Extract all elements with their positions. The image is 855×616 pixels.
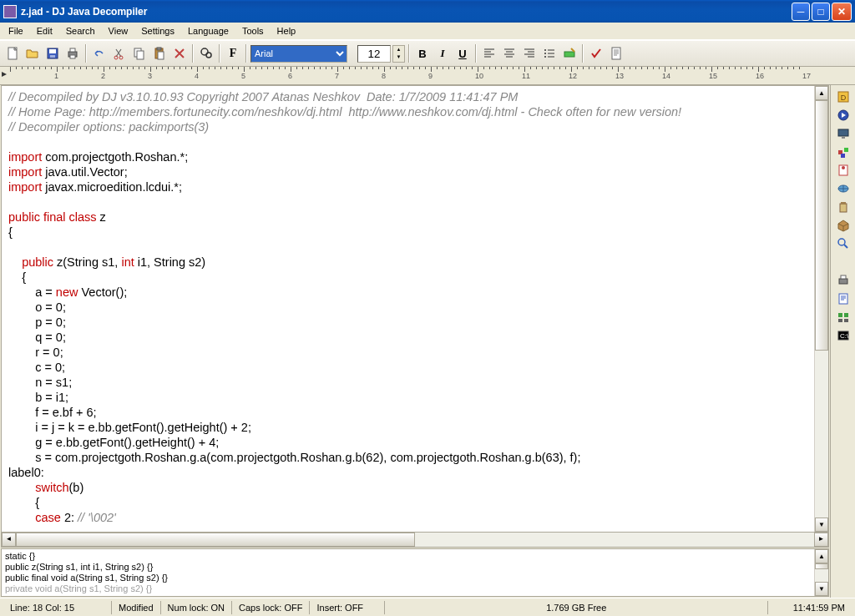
ruler: ▸ 1234567891011121314151617 xyxy=(0,67,855,85)
svg-point-34 xyxy=(838,239,845,245)
browser-icon[interactable] xyxy=(834,180,852,197)
new-file-icon[interactable] xyxy=(3,44,22,63)
menu-bar: File Edit Search View Settings Language … xyxy=(0,23,855,40)
align-right-icon[interactable] xyxy=(520,44,539,63)
italic-icon[interactable]: I xyxy=(433,44,452,63)
svg-rect-13 xyxy=(158,52,164,59)
menu-file[interactable]: File xyxy=(2,24,30,38)
svg-rect-2 xyxy=(49,49,56,53)
scroll-down-icon[interactable]: ▼ xyxy=(815,518,828,532)
scroll-up-icon[interactable]: ▲ xyxy=(815,86,828,100)
svg-rect-5 xyxy=(70,48,75,52)
outline-panel[interactable]: static {}public z(String s1, int i1, Str… xyxy=(2,549,814,596)
paste-icon[interactable] xyxy=(150,44,169,63)
outline-item[interactable]: public final void a(String s1, String s2… xyxy=(5,573,811,583)
svg-point-15 xyxy=(206,53,211,58)
svg-rect-41 xyxy=(844,319,848,322)
svg-rect-28 xyxy=(841,154,845,158)
close-button[interactable]: ✕ xyxy=(832,3,852,21)
svg-rect-39 xyxy=(844,313,848,317)
editor-vscroll[interactable]: ▲ ▼ xyxy=(814,86,828,532)
undo-icon[interactable] xyxy=(90,44,109,63)
svg-rect-24 xyxy=(838,129,848,136)
svg-rect-40 xyxy=(838,319,842,322)
maximize-button[interactable]: □ xyxy=(812,3,830,21)
svg-rect-25 xyxy=(842,137,845,139)
status-insert: Insert: OFF xyxy=(310,601,385,614)
cut-icon[interactable] xyxy=(110,44,129,63)
font-icon[interactable]: F xyxy=(224,44,242,63)
svg-rect-12 xyxy=(157,48,161,50)
font-name-select[interactable]: Arial xyxy=(250,45,347,63)
svg-rect-27 xyxy=(844,148,848,152)
console-icon[interactable]: C:\ xyxy=(834,327,852,344)
menu-search[interactable]: Search xyxy=(59,24,102,38)
decompile-icon[interactable]: D xyxy=(834,88,852,105)
svg-point-16 xyxy=(544,49,546,51)
svg-rect-10 xyxy=(137,51,144,59)
align-center-icon[interactable] xyxy=(500,44,519,63)
open-file-icon[interactable] xyxy=(23,44,42,63)
check-icon[interactable] xyxy=(587,44,605,63)
svg-rect-35 xyxy=(839,279,847,284)
svg-point-17 xyxy=(544,53,546,54)
class-icon[interactable] xyxy=(834,162,852,179)
svg-point-30 xyxy=(842,166,845,169)
svg-rect-32 xyxy=(840,204,847,212)
bold-icon[interactable]: B xyxy=(413,44,432,63)
scroll-left-icon[interactable]: ◄ xyxy=(2,533,16,547)
scroll-up-icon[interactable]: ▲ xyxy=(815,549,828,563)
status-modified: Modified xyxy=(112,601,161,614)
printer-icon[interactable] xyxy=(834,272,852,289)
jar-icon[interactable] xyxy=(834,199,852,215)
delete-icon[interactable] xyxy=(170,44,189,63)
copy-icon[interactable] xyxy=(130,44,149,63)
menu-help[interactable]: Help xyxy=(271,24,303,38)
print-icon[interactable] xyxy=(63,44,82,63)
outline-item[interactable]: public z(String s1, int i1, String s2) {… xyxy=(5,562,811,573)
svg-rect-19 xyxy=(564,52,574,57)
svg-point-18 xyxy=(544,56,546,58)
align-left-icon[interactable] xyxy=(480,44,498,63)
menu-language[interactable]: Language xyxy=(181,24,235,38)
search-icon[interactable] xyxy=(834,235,852,252)
menu-settings[interactable]: Settings xyxy=(134,24,181,38)
svg-rect-37 xyxy=(839,294,847,304)
underline-icon[interactable]: U xyxy=(453,44,472,63)
editor-hscroll[interactable]: ◄ ► xyxy=(1,533,829,548)
scroll-right-icon[interactable]: ► xyxy=(814,533,828,547)
run-icon[interactable] xyxy=(834,107,852,124)
registry-icon[interactable] xyxy=(834,309,852,326)
notepad-icon[interactable] xyxy=(834,290,852,307)
find-icon[interactable] xyxy=(197,44,215,63)
minimize-button[interactable]: ─ xyxy=(792,3,810,21)
svg-text:C:\: C:\ xyxy=(840,332,849,340)
scroll-down-icon[interactable]: ▼ xyxy=(815,582,828,596)
tools-icon[interactable] xyxy=(834,144,852,160)
window-title: z.jad - DJ Java Decompiler xyxy=(21,6,792,18)
package-icon[interactable] xyxy=(834,217,852,234)
menu-edit[interactable]: Edit xyxy=(30,24,59,38)
highlight-icon[interactable] xyxy=(560,44,579,63)
font-size-input[interactable] xyxy=(357,45,391,63)
side-toolbar: D C:\ xyxy=(830,85,855,598)
menu-tools[interactable]: Tools xyxy=(235,24,271,38)
outline-item[interactable]: static {} xyxy=(5,551,811,562)
monitor-icon[interactable] xyxy=(834,125,852,142)
document-icon[interactable] xyxy=(607,44,625,63)
font-size-spinner[interactable]: ▲▼ xyxy=(392,45,405,63)
menu-view[interactable]: View xyxy=(102,24,135,38)
svg-rect-6 xyxy=(70,55,75,58)
svg-rect-3 xyxy=(50,55,55,58)
bullet-list-icon[interactable] xyxy=(540,44,559,63)
status-bar: Line: 18 Col: 15 Modified Num lock: ON C… xyxy=(0,598,855,616)
title-bar: z.jad - DJ Java Decompiler ─ □ ✕ xyxy=(0,0,855,23)
svg-rect-33 xyxy=(841,202,846,204)
status-diskfree: 1.769 GB Free xyxy=(385,601,768,614)
save-icon[interactable] xyxy=(43,44,62,63)
code-editor[interactable]: // Decompiled by DJ v3.10.10.93 Copyrigh… xyxy=(2,86,814,532)
status-time: 11:41:59 PM xyxy=(768,601,852,614)
status-capslock: Caps lock: OFF xyxy=(232,601,310,614)
outline-item[interactable]: private void a(String s1, String s2) {} xyxy=(5,583,811,594)
outline-vscroll[interactable]: ▲ ▼ xyxy=(814,549,828,596)
